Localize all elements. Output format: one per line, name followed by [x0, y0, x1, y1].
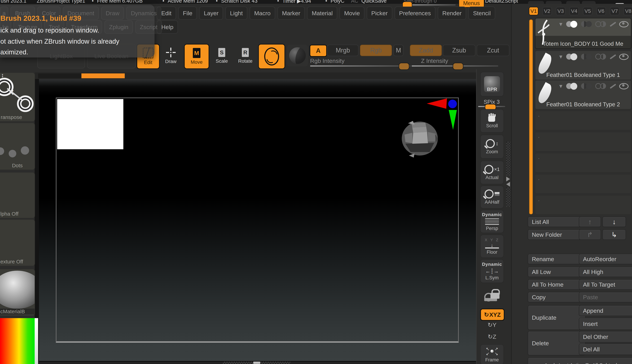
z-intensity-knob[interactable]	[453, 63, 463, 70]
shade-icon[interactable]	[581, 53, 592, 60]
tray-material-tile[interactable]: cMaterialB	[0, 269, 35, 316]
list-all-button[interactable]: List All	[528, 217, 585, 227]
mode-zsub-button[interactable]: Zsub	[443, 45, 475, 56]
del-all-button[interactable]: Del All	[579, 344, 632, 355]
dynamic-persp-button[interactable]: Dynamic Persp	[480, 210, 504, 233]
panel-divider-handle-top[interactable]	[506, 142, 510, 176]
scale-mode-button[interactable]: S Scale	[214, 45, 230, 66]
insert-button[interactable]: Insert	[579, 318, 632, 330]
tray-stroke-dots-tile[interactable]: Dots	[0, 123, 35, 170]
mode-zadd-button[interactable]: Zadd	[410, 45, 442, 56]
subtool-item-feather2[interactable]: ▼ Feather01 Booleaned Type 2	[535, 80, 631, 110]
all-to-target-button[interactable]: All To Target	[579, 279, 632, 290]
polypaint-icon[interactable]	[566, 83, 578, 90]
material-orb-button[interactable]	[287, 45, 308, 66]
mode-m-button[interactable]: M	[393, 45, 403, 56]
apply-last-action-button[interactable]: Apply Last Action To All Subtool	[528, 358, 632, 364]
paint-brush-icon[interactable]	[610, 54, 616, 59]
see-through-slider[interactable]	[407, 4, 456, 5]
quicksave-button[interactable]: QuickSave	[361, 0, 386, 4]
menu-zscript[interactable]: Zscript	[135, 20, 162, 34]
draw-mode-button[interactable]: Draw	[163, 45, 179, 66]
canvas-3d-content[interactable]	[395, 97, 461, 159]
polypaint-icon[interactable]	[566, 21, 578, 28]
view-tab-v6[interactable]: V6	[596, 7, 606, 15]
shade-icon[interactable]	[581, 21, 592, 28]
subtool-item-totem[interactable]: ▼ Totem Icon_BODY 01 Good Me	[535, 18, 631, 49]
camera-lock-button[interactable]	[480, 284, 503, 306]
move-out-of-folder-button[interactable]: ↱	[579, 230, 601, 240]
move-into-folder-button[interactable]: ↳	[602, 230, 626, 240]
rotate-mode-button[interactable]: R Rotate	[236, 45, 254, 66]
move-down-button[interactable]: ↓	[602, 217, 626, 227]
menu-zplugin[interactable]: Zplugin	[105, 20, 133, 34]
mode-rgb-button[interactable]: Rgb	[360, 45, 392, 56]
frame-button[interactable]: ↖↗ ↙↘ Frame	[480, 344, 504, 364]
menu-light[interactable]: Light	[225, 6, 247, 20]
subtool-empty-slot[interactable]: .	[535, 132, 631, 151]
duplicate-button[interactable]: Duplicate	[528, 305, 585, 330]
menu-movie[interactable]: Movie	[340, 6, 364, 20]
color-picker-value-strip[interactable]	[35, 318, 38, 364]
visibility-eye-icon[interactable]	[619, 21, 628, 27]
view-tab-v4[interactable]: V4	[569, 7, 579, 15]
view-tab-v5[interactable]: V5	[583, 7, 592, 15]
rgb-intensity-knob[interactable]	[399, 63, 409, 70]
zscript-label[interactable]: DefaultZScript	[485, 0, 518, 4]
menu-macro[interactable]: Macro	[250, 6, 275, 20]
autoreorder-button[interactable]: AutoReorder	[579, 254, 632, 264]
all-low-button[interactable]: All Low	[528, 267, 585, 277]
view-tab-v1[interactable]: V1	[529, 7, 538, 15]
del-other-button[interactable]: Del Other	[579, 331, 632, 342]
paste-button[interactable]: Paste	[579, 292, 632, 302]
rotate-xyz-button[interactable]: ↻XYZ	[480, 308, 504, 321]
menu-stencil[interactable]: Stencil	[468, 6, 495, 20]
bpr-render-button[interactable]: BPR	[480, 72, 504, 96]
visibility-eye-icon[interactable]	[619, 54, 628, 60]
rename-button[interactable]: Rename	[528, 254, 585, 264]
stroke-circle-button[interactable]	[258, 44, 285, 69]
subtool-empty-slot[interactable]: .	[535, 153, 631, 172]
all-to-home-button[interactable]: All To Home	[528, 279, 585, 290]
subtool-empty-slot[interactable]: .	[535, 195, 631, 214]
actual-size-button[interactable]: ×1 Actual	[480, 161, 504, 184]
panel-divider-handle-bottom[interactable]	[506, 187, 510, 207]
paint-brush-icon[interactable]	[610, 84, 616, 89]
uv-icon[interactable]	[595, 21, 607, 28]
local-symmetry-button[interactable]: Dynamic ←┆→ L.Sym	[480, 259, 504, 283]
tray-transpose-tile[interactable]: ✕ ↕ ranspose	[0, 72, 35, 122]
move-mode-button[interactable]: M Move	[184, 44, 209, 69]
floor-grid-button[interactable]: X Y Z ↓ Floor	[480, 235, 504, 258]
list-arrow-icon[interactable]: ▼	[558, 21, 563, 27]
list-arrow-icon[interactable]: ▼	[558, 54, 563, 60]
mode-a-button[interactable]: A	[310, 45, 327, 57]
mode-mrgb-button[interactable]: Mrgb	[327, 45, 358, 56]
rotate-z-button[interactable]: ↻Z	[485, 333, 499, 342]
menu-preferences[interactable]: Preferences	[395, 6, 435, 20]
menu-material[interactable]: Material	[307, 6, 337, 20]
uv-icon[interactable]	[595, 53, 607, 60]
subtool-empty-slot[interactable]: .	[535, 174, 631, 194]
subtool-item-feather1[interactable]: ▼ Feather01 Booleaned Type 1	[535, 50, 631, 80]
new-folder-button[interactable]: New Folder	[528, 230, 585, 240]
copy-button[interactable]: Copy	[528, 292, 585, 302]
paint-brush-icon[interactable]	[610, 22, 616, 27]
view-tab-v7[interactable]: V7	[610, 7, 619, 15]
view-tab-v8[interactable]: V8	[623, 7, 632, 15]
uv-icon[interactable]	[595, 83, 607, 90]
all-high-button[interactable]: All High	[579, 267, 632, 277]
panel-open-arrow-icon[interactable]	[506, 177, 510, 182]
list-arrow-icon[interactable]: ▼	[558, 83, 563, 89]
rgb-intensity-slider[interactable]	[310, 66, 411, 66]
menu-dynamics[interactable]: Dynamics	[126, 6, 161, 20]
zoom-button[interactable]: ↕ Zoom	[480, 135, 504, 158]
delete-button[interactable]: Delete	[528, 331, 585, 355]
shade-icon[interactable]	[581, 83, 592, 90]
mode-zcut-button[interactable]: Zcut	[477, 45, 509, 56]
rotate-y-button[interactable]: ↻Y	[485, 322, 499, 330]
menu-file[interactable]: File	[178, 6, 197, 20]
aahalf-button[interactable]: AAHalf	[480, 186, 504, 208]
menu-picker[interactable]: Picker	[367, 6, 392, 20]
menu-render[interactable]: Render	[438, 6, 466, 20]
menu-marker[interactable]: Marker	[278, 6, 305, 20]
